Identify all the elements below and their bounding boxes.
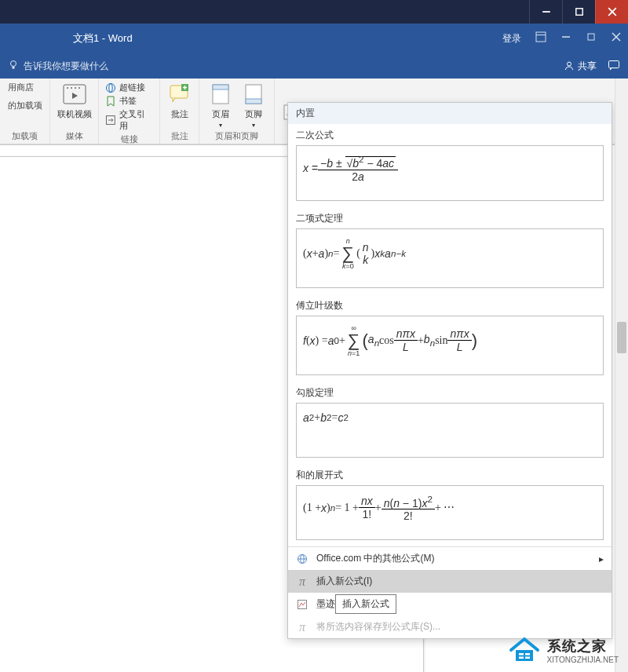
menu-more-office[interactable]: Office.com 中的其他公式(M) ▸	[288, 547, 612, 570]
word-titlebar: 文档1 - Word 登录	[0, 24, 628, 53]
equation-gallery: 内置 二次公式 x = −b ± √b2 − 4ac2a 二项式定理 (x + …	[287, 102, 612, 639]
ribbon-group-links: 超链接 书签 交叉引用 链接	[99, 79, 160, 144]
online-video-button[interactable]: 联机视频	[57, 82, 92, 120]
tellme-row: 告诉我你想要做什么 共享	[0, 53, 628, 79]
house-icon	[508, 636, 541, 664]
signin-link[interactable]: 登录	[502, 32, 521, 46]
svg-point-20	[107, 83, 115, 92]
svg-rect-28	[213, 85, 228, 89]
share-button[interactable]: 共享	[564, 60, 597, 73]
ribbon-group-addins: 用商店 的加载项 加载项	[0, 79, 50, 144]
globe-icon	[296, 553, 309, 565]
ribbon-display-options-icon[interactable]	[535, 31, 546, 46]
submenu-arrow-icon: ▸	[599, 553, 604, 564]
ribbon-group-comments: 批注 批注	[160, 79, 199, 144]
tooltip: 插入新公式	[335, 594, 396, 614]
person-icon	[564, 60, 575, 71]
group-label: 批注	[171, 129, 188, 144]
svg-point-12	[568, 62, 571, 66]
equation-preview: f(x) = a0 + ∞∑n=1 (an cos nπxL + bn sin …	[296, 316, 604, 375]
watermark-text-en: XITONGZHIJIA.NET	[547, 656, 619, 664]
equation-preview: (1 + x)n = 1 + nx1! + n(n − 1)x22! + ⋯	[296, 485, 604, 541]
svg-point-21	[109, 83, 112, 92]
document-title: 文档1 - Word	[73, 31, 133, 46]
pi-icon: π	[296, 575, 309, 588]
os-close-button[interactable]	[595, 0, 628, 24]
svg-point-18	[78, 87, 80, 89]
group-label: 加载项	[12, 129, 38, 144]
watermark: 系统之家 XITONGZHIJIA.NET	[508, 636, 619, 664]
svg-point-16	[71, 87, 72, 89]
menu-save-to-gallery: π 将所选内容保存到公式库(S)...	[288, 615, 612, 638]
svg-rect-30	[246, 99, 261, 104]
svg-point-10	[11, 60, 16, 66]
svg-rect-44	[519, 657, 524, 659]
equation-preview: a2 + b2 = c2	[296, 403, 604, 458]
store-button[interactable]: 用商店	[8, 82, 34, 93]
header-button[interactable]: 页眉▾	[208, 82, 233, 129]
svg-rect-11	[13, 67, 15, 69]
tellme-input[interactable]: 告诉我你想要做什么	[24, 60, 108, 73]
equation-preview: x = −b ± √b2 − 4ac2a	[296, 145, 604, 201]
svg-rect-4	[536, 32, 546, 42]
scrollbar-thumb[interactable]	[617, 322, 626, 353]
word-restore-button[interactable]	[586, 31, 597, 46]
hyperlink-button[interactable]: 超链接	[105, 82, 153, 93]
group-label: 媒体	[66, 129, 83, 144]
equation-preview: (x + a)n = n∑k=0 (nk) xkan−k	[296, 228, 604, 288]
word-close-button[interactable]	[611, 31, 622, 46]
ribbon-group-media: 联机视频 媒体	[50, 79, 99, 144]
gallery-item-expansion[interactable]: 和的展开式 (1 + x)n = 1 + nx1! + n(n − 1)x22!…	[288, 464, 612, 547]
svg-rect-13	[609, 60, 619, 68]
word-chrome: 文档1 - Word 登录 告诉我你想要做什么 共享	[0, 24, 628, 79]
group-label: 页眉和页脚	[215, 129, 258, 144]
gallery-item-quadratic[interactable]: 二次公式 x = −b ± √b2 − 4ac2a	[288, 124, 612, 207]
os-maximize-button[interactable]	[562, 0, 595, 24]
svg-rect-43	[525, 653, 530, 656]
svg-marker-19	[72, 93, 78, 99]
svg-rect-41	[516, 650, 533, 661]
gallery-item-fourier[interactable]: 傅立叶级数 f(x) = a0 + ∞∑n=1 (an cos nπxL + b…	[288, 294, 612, 382]
svg-point-17	[75, 87, 76, 89]
crossref-button[interactable]: 交叉引用	[105, 108, 153, 132]
lightbulb-icon	[8, 60, 19, 73]
svg-point-15	[67, 87, 68, 89]
svg-rect-45	[525, 657, 530, 659]
os-titlebar	[0, 0, 628, 24]
gallery-commands: Office.com 中的其他公式(M) ▸ π 插入新公式(I) 墨迹公 插入…	[288, 546, 612, 638]
menu-ink-equation[interactable]: 墨迹公 插入新公式	[288, 593, 612, 615]
gallery-header: 内置	[288, 103, 612, 124]
gallery-item-pythagoras[interactable]: 勾股定理 a2 + b2 = c2	[288, 382, 612, 464]
os-minimize-button[interactable]	[529, 0, 562, 24]
footer-button[interactable]: 页脚▾	[241, 82, 266, 129]
svg-rect-7	[588, 34, 594, 40]
pi-icon: π	[296, 621, 309, 634]
bookmark-button[interactable]: 书签	[105, 95, 153, 107]
watermark-text-cn: 系统之家	[547, 637, 619, 656]
word-minimize-button[interactable]	[560, 31, 571, 46]
new-comment-button[interactable]: 批注	[167, 82, 192, 120]
svg-rect-42	[519, 653, 524, 656]
comments-pane-button[interactable]	[608, 59, 620, 74]
menu-insert-new-equation[interactable]: π 插入新公式(I)	[288, 570, 612, 593]
my-addins-button[interactable]: 的加载项	[8, 100, 42, 111]
gallery-item-binomial[interactable]: 二项式定理 (x + a)n = n∑k=0 (nk) xkan−k	[288, 207, 612, 294]
ribbon-group-header-footer: 页眉▾ 页脚▾ 页眉和页脚	[199, 79, 275, 144]
ink-icon	[296, 598, 309, 611]
svg-rect-1	[575, 9, 582, 15]
vertical-scrollbar[interactable]	[615, 79, 628, 672]
